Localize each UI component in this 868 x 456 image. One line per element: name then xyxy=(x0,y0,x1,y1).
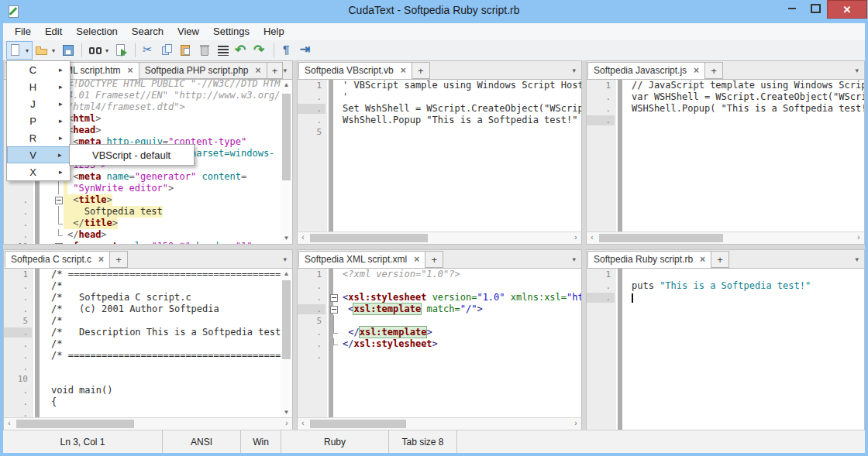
scrollbar-thumb[interactable] xyxy=(310,420,406,428)
close-tab-icon[interactable]: × xyxy=(700,255,705,264)
fold-mark[interactable] xyxy=(32,194,67,206)
lexer-menu-item-x[interactable]: X▸ xyxy=(7,163,70,180)
close-button[interactable]: ✕ xyxy=(827,0,867,19)
tab-list-arrow-icon[interactable]: ▾ xyxy=(283,255,287,263)
scrollbar-thumb[interactable] xyxy=(310,234,428,242)
lexer-submenu-item[interactable]: VBScript - default xyxy=(70,149,170,161)
lexer-menu-item-c[interactable]: C▸ xyxy=(7,61,70,78)
scroll-left-icon[interactable]: ‹ xyxy=(298,418,308,430)
copy-button[interactable] xyxy=(158,41,177,60)
menu-search[interactable]: Search xyxy=(125,23,170,40)
lexer-menu-item-j[interactable]: J▸ xyxy=(7,95,70,112)
horizontal-scrollbar[interactable]: ‹ › xyxy=(298,231,581,244)
menu-help[interactable]: Help xyxy=(257,23,291,40)
scrollbar-thumb[interactable] xyxy=(282,280,291,359)
redo-button[interactable] xyxy=(251,41,270,60)
scrollbar-thumb[interactable] xyxy=(16,420,134,428)
scroll-left-icon[interactable]: ‹ xyxy=(587,232,598,244)
tab-js[interactable]: Softpedia Javascript.js× xyxy=(587,62,705,79)
tab-list-arrow-icon[interactable]: ▾ xyxy=(572,255,576,263)
code-editor-c[interactable]: 1/* ====================================… xyxy=(4,269,292,418)
new-tab-button[interactable]: + xyxy=(704,62,723,79)
fold-mark[interactable] xyxy=(326,303,343,315)
close-tab-icon[interactable]: × xyxy=(401,66,406,75)
code-editor-xml[interactable]: 1<?xml version="1.0"?>..<xsl:stylesheet … xyxy=(298,269,581,418)
new-tab-button[interactable]: + xyxy=(267,62,284,79)
scroll-up-icon[interactable]: ▲ xyxy=(281,80,292,91)
horizontal-scrollbar[interactable]: ‹ › xyxy=(298,417,581,430)
select-all-button[interactable] xyxy=(214,41,232,60)
status-line-ends[interactable]: Win xyxy=(241,430,281,453)
code-editor-ruby[interactable]: 1.puts "This is a Softpedia test!". xyxy=(587,269,864,430)
goto-button[interactable] xyxy=(112,41,131,60)
close-tab-icon[interactable]: × xyxy=(414,255,419,264)
dropdown-arrow-icon[interactable]: ▾ xyxy=(50,47,57,54)
scroll-right-icon[interactable]: › xyxy=(281,418,292,430)
new-tab-button[interactable]: + xyxy=(412,62,430,79)
horizontal-scrollbar[interactable]: ‹ › xyxy=(587,231,864,244)
scroll-down-icon[interactable]: ▼ xyxy=(281,407,292,418)
close-tab-icon[interactable]: × xyxy=(694,66,699,75)
vertical-scrollbar[interactable]: ▲ ▼ xyxy=(281,80,292,244)
dropdown-arrow-icon[interactable]: ▾ xyxy=(103,47,111,54)
fold-mark[interactable] xyxy=(32,183,67,194)
close-tab-icon[interactable]: × xyxy=(128,66,133,75)
dropdown-arrow-icon[interactable]: ▾ xyxy=(23,47,31,54)
new-tab-button[interactable]: + xyxy=(425,251,443,268)
fold-mark[interactable] xyxy=(326,338,343,350)
tab-list-arrow-icon[interactable]: ▾ xyxy=(855,255,859,263)
menu-edit[interactable]: Edit xyxy=(38,23,69,40)
code-editor-javascript[interactable]: 1// JavaScript template using Windows Sc… xyxy=(587,80,864,232)
vertical-scrollbar[interactable]: ▲ ▼ xyxy=(281,269,292,418)
tab-html[interactable]: Softpedia PHP script.php× xyxy=(139,62,267,79)
fold-mark[interactable] xyxy=(326,292,343,303)
menu-settings[interactable]: Settings xyxy=(206,23,257,40)
cut-button[interactable] xyxy=(140,41,158,60)
scroll-right-icon[interactable]: › xyxy=(570,418,581,430)
status-tab-size[interactable]: Tab size 8 xyxy=(389,430,457,453)
scroll-down-icon[interactable]: ▼ xyxy=(281,233,292,244)
minimize-button[interactable] xyxy=(780,0,804,17)
close-tab-icon[interactable]: × xyxy=(255,66,260,75)
lexer-menu-item-v[interactable]: V▸ xyxy=(7,146,70,163)
lexer-menu-item-h[interactable]: H▸ xyxy=(7,78,70,95)
maximize-button[interactable] xyxy=(804,0,827,17)
menu-file[interactable]: File xyxy=(8,23,38,40)
tab-list-arrow-icon[interactable]: ▾ xyxy=(855,67,859,74)
new-tab-button[interactable]: + xyxy=(711,251,729,268)
scroll-up-icon[interactable]: ▲ xyxy=(281,269,292,279)
close-tab-icon[interactable]: × xyxy=(98,255,104,264)
code-editor-vbscript[interactable]: 1' VBScript sample using Windows Script … xyxy=(298,80,581,232)
scroll-left-icon[interactable]: ‹ xyxy=(4,418,15,430)
find-button[interactable]: ▾ xyxy=(86,41,112,60)
lexer-menu-item-p[interactable]: P▸ xyxy=(7,112,70,129)
delete-button[interactable] xyxy=(195,41,214,60)
scroll-right-icon[interactable]: › xyxy=(853,232,864,244)
paste-button[interactable] xyxy=(177,41,195,60)
status-lexer[interactable]: Ruby xyxy=(281,430,389,453)
fold-mark[interactable] xyxy=(326,315,343,327)
tab-ruby[interactable]: Softpedia Ruby script.rb× xyxy=(587,251,711,268)
status-caret-pos[interactable]: Ln 3, Col 1 xyxy=(3,430,163,453)
tab-list-arrow-icon[interactable]: ▾ xyxy=(283,67,287,74)
scrollbar-thumb[interactable] xyxy=(282,94,291,180)
fold-mark[interactable] xyxy=(32,229,67,241)
tab-list-arrow-icon[interactable]: ▾ xyxy=(572,67,576,74)
scrollbar-thumb[interactable] xyxy=(599,234,723,242)
save-button[interactable] xyxy=(59,41,78,60)
tab-vb[interactable]: Softpedia VBscript.vb× xyxy=(298,62,412,79)
new-tab-button[interactable]: + xyxy=(109,251,128,268)
menu-view[interactable]: View xyxy=(170,23,206,40)
fold-mark[interactable] xyxy=(326,327,343,338)
fold-mark[interactable] xyxy=(32,206,67,218)
fold-mark[interactable] xyxy=(32,241,67,244)
tab-xml[interactable]: Softpedia XML script.xml× xyxy=(298,251,425,268)
paragraph-marks-button[interactable] xyxy=(278,41,297,60)
horizontal-scrollbar[interactable]: ‹ › xyxy=(4,417,292,430)
tab-c[interactable]: Softpedia C script.c× xyxy=(5,251,110,268)
menu-selection[interactable]: Selection xyxy=(69,23,124,40)
lexer-menu-item-r[interactable]: R▸ xyxy=(7,129,70,146)
scroll-left-icon[interactable]: ‹ xyxy=(298,232,308,244)
word-wrap-button[interactable] xyxy=(297,41,315,60)
title-bar[interactable]: CudaText - Softpedia Ruby script.rb ✕ xyxy=(0,0,868,23)
